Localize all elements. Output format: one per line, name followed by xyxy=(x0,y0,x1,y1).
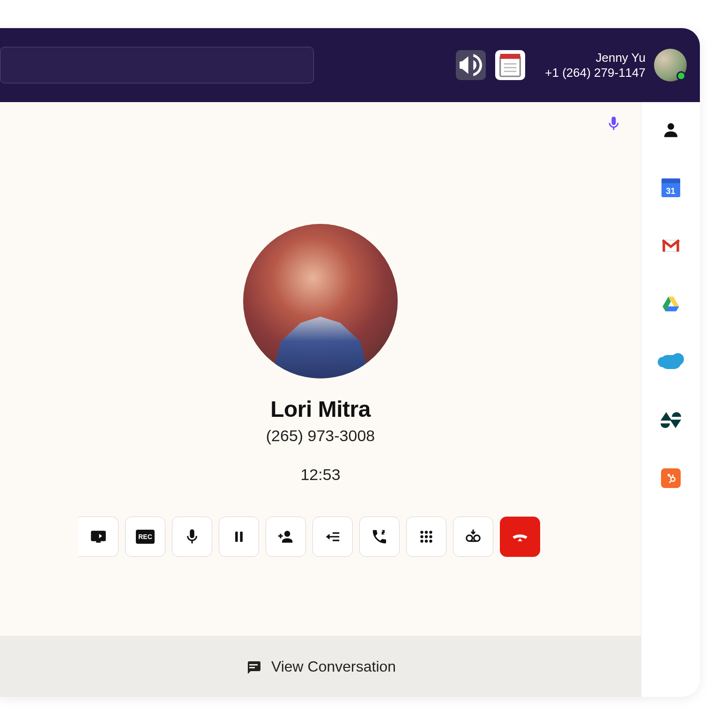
microphone-icon xyxy=(183,528,201,546)
integrations-sidebar: 31 xyxy=(641,102,700,697)
svg-rect-0 xyxy=(500,56,520,76)
svg-point-8 xyxy=(420,531,423,533)
gmail-icon xyxy=(661,236,681,256)
salesforce-icon xyxy=(661,355,681,369)
svg-point-17 xyxy=(467,535,473,541)
svg-rect-1 xyxy=(500,54,520,59)
svg-point-11 xyxy=(420,535,423,538)
hang-up-icon xyxy=(511,528,529,546)
mute-button[interactable] xyxy=(172,517,212,557)
svg-point-14 xyxy=(420,540,423,542)
hubspot-icon xyxy=(661,468,681,488)
svg-point-12 xyxy=(425,535,428,538)
current-user-name: Jenny Yu xyxy=(545,50,646,66)
pause-icon xyxy=(230,528,248,546)
hold-button[interactable] xyxy=(219,517,259,557)
app-window: Jenny Yu +1 (264) 279-1147 Lori Mitra (2… xyxy=(0,28,700,697)
screen-share-icon xyxy=(89,528,107,546)
current-user-phone: +1 (264) 279-1147 xyxy=(545,65,646,81)
svg-point-9 xyxy=(425,531,428,533)
chat-icon xyxy=(245,658,262,675)
call-controls: REC xyxy=(82,517,540,557)
mic-status-button[interactable] xyxy=(605,115,622,134)
add-person-icon xyxy=(277,528,295,546)
search-input[interactable] xyxy=(0,47,314,83)
dialpad-icon xyxy=(417,528,435,546)
current-user-avatar[interactable] xyxy=(654,49,687,81)
svg-rect-6 xyxy=(240,532,243,542)
svg-line-28 xyxy=(670,481,671,481)
body: Lori Mitra (265) 973-3008 12:53 REC xyxy=(0,102,700,697)
call-duration: 12:53 xyxy=(300,466,340,484)
svg-point-18 xyxy=(474,535,480,541)
svg-point-10 xyxy=(429,531,432,533)
svg-point-7 xyxy=(284,531,290,537)
calendar-icon: 31 xyxy=(661,178,680,197)
gmail-app-button[interactable] xyxy=(660,235,682,257)
view-conversation-label: View Conversation xyxy=(271,658,396,675)
notes-button[interactable] xyxy=(495,50,525,80)
svg-line-24 xyxy=(669,476,671,478)
record-icon: REC xyxy=(136,530,155,544)
voicemail-drop-button[interactable] xyxy=(453,517,493,557)
zendesk-icon xyxy=(661,412,680,428)
svg-point-20 xyxy=(668,123,674,130)
zendesk-app-button[interactable] xyxy=(660,409,682,431)
svg-rect-5 xyxy=(235,532,238,542)
hubspot-app-button[interactable] xyxy=(660,467,682,489)
svg-point-16 xyxy=(429,540,432,542)
add-participant-button[interactable] xyxy=(266,517,306,557)
microphone-icon xyxy=(605,115,622,132)
transfer-to-queue-button[interactable] xyxy=(312,517,353,557)
svg-point-13 xyxy=(429,535,432,538)
drive-icon xyxy=(661,294,681,314)
megaphone-icon xyxy=(456,50,486,80)
contact-avatar xyxy=(243,224,398,378)
arrow-to-list-icon xyxy=(324,528,342,546)
call-panel: Lori Mitra (265) 973-3008 12:53 REC xyxy=(0,102,641,697)
hang-up-button[interactable] xyxy=(500,517,540,557)
contacts-app-button[interactable] xyxy=(660,119,682,141)
contact-phone: (265) 973-3008 xyxy=(266,427,375,445)
svg-point-15 xyxy=(425,540,428,542)
screen-share-button[interactable] xyxy=(78,517,119,557)
dialpad-button[interactable] xyxy=(406,517,446,557)
salesforce-app-button[interactable] xyxy=(660,351,682,373)
view-conversation-button[interactable]: View Conversation xyxy=(0,636,641,697)
drive-app-button[interactable] xyxy=(660,293,682,315)
header-bar: Jenny Yu +1 (264) 279-1147 xyxy=(0,28,700,102)
calendar-app-button[interactable]: 31 xyxy=(660,177,682,199)
call-area: Lori Mitra (265) 973-3008 12:53 REC xyxy=(0,102,641,636)
person-icon xyxy=(661,120,681,140)
phone-transfer-icon xyxy=(371,528,388,546)
transfer-call-button[interactable] xyxy=(359,517,400,557)
contact-name: Lori Mitra xyxy=(270,396,371,422)
presence-indicator xyxy=(676,71,686,81)
record-button[interactable]: REC xyxy=(125,517,165,557)
notepad-icon xyxy=(495,50,525,80)
announcements-button[interactable] xyxy=(456,50,486,80)
voicemail-drop-icon xyxy=(464,528,482,546)
current-user-block[interactable]: Jenny Yu +1 (264) 279-1147 xyxy=(545,49,687,81)
